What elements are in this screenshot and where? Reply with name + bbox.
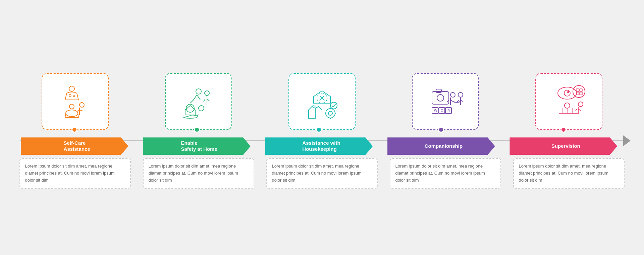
icon-col-housekeeping [260,73,384,130]
svg-point-29 [450,92,455,97]
arrow-col-housekeeping: Assistance with Housekeeping [258,127,380,155]
arrow-housekeeping: Assistance with Housekeeping [265,137,373,155]
desc-col-companionship: Lorem ipsum dolor sit dim amet, mea regi… [384,158,507,188]
svg-rect-35 [576,89,579,91]
svg-point-1 [69,94,71,97]
icon-col-safety [137,73,260,130]
svg-point-3 [69,104,74,109]
desc-col-safety: Lorem ipsum dolor sit dim amet, mea regi… [137,158,260,188]
svg-point-39 [565,103,570,108]
svg-rect-20 [432,91,449,104]
svg-point-30 [458,92,463,97]
dot-safety [194,127,200,133]
arrow-label-companionship: Companionship [420,143,463,149]
svg-point-8 [199,106,204,111]
arrow-companionship: Companionship [387,137,495,155]
arrow-label-safety: Enable Safety at Home [176,140,217,153]
arrow-safety: Enable Safety at Home [143,137,251,155]
icon-card-supervision [535,73,602,130]
svg-text:R: R [447,109,450,113]
dot-self-care [71,127,77,133]
icon-card-self-care [42,73,109,130]
infographic: W O R Self-Care AssistanceEnable Safety … [0,60,644,195]
timeline-row: Self-Care AssistanceEnable Safety at Hom… [0,127,644,155]
arrow-label-self-care: Self-Care Assistance [59,140,90,153]
icon-col-companionship: W O R [384,73,507,130]
svg-point-6 [196,89,201,94]
svg-point-2 [73,95,75,97]
svg-rect-22 [436,89,441,92]
desc-col-self-care: Lorem ipsum dolor sit dim amet, mea regi… [13,158,137,188]
svg-rect-38 [580,92,582,95]
icon-card-housekeeping [288,73,356,130]
svg-point-32 [564,90,570,96]
desc-housekeeping: Lorem ipsum dolor sit dim amet, mea regi… [266,158,377,188]
icon-card-safety [165,73,232,130]
desc-supervision: Lorem ipsum dolor sit dim amet, mea regi… [513,158,624,188]
arrow-label-supervision: Supervision [547,143,580,149]
arrow-label-housekeeping: Assistance with Housekeeping [298,140,340,153]
arrow-self-care: Self-Care Assistance [21,137,128,155]
arrow-col-supervision: Supervision [502,127,625,155]
arrow-supervision: Supervision [509,137,617,155]
desc-safety: Lorem ipsum dolor sit dim amet, mea regi… [143,158,254,188]
icon-col-self-care [13,73,137,130]
dot-housekeeping [316,127,322,133]
svg-point-9 [205,91,209,95]
dot-companionship [438,127,444,133]
desc-self-care: Lorem ipsum dolor sit dim amet, mea regi… [19,158,130,188]
dot-supervision [560,127,567,133]
svg-point-19 [330,102,337,109]
svg-point-33 [567,91,569,93]
icon-cards-row: W O R [0,73,644,130]
svg-text:W: W [434,109,437,113]
icon-card-companionship: W O R [412,73,479,130]
svg-point-0 [69,86,74,91]
svg-point-5 [79,103,84,107]
svg-text:O: O [441,109,443,113]
desc-col-housekeeping: Lorem ipsum dolor sit dim amet, mea regi… [260,158,384,188]
end-arrow-icon [623,135,631,146]
desc-companionship: Lorem ipsum dolor sit dim amet, mea regi… [390,158,501,188]
svg-point-41 [578,102,583,107]
desc-col-supervision: Lorem ipsum dolor sit dim amet, mea regi… [507,158,631,188]
arrow-col-safety: Enable Safety at Home [136,127,258,155]
svg-point-14 [328,111,332,115]
svg-rect-36 [580,89,582,91]
svg-point-21 [437,94,444,101]
arrow-col-companionship: Companionship [380,127,502,155]
svg-point-13 [326,109,335,118]
desc-row: Lorem ipsum dolor sit dim amet, mea regi… [0,158,644,188]
svg-point-4 [66,110,78,117]
arrow-col-self-care: Self-Care Assistance [13,127,136,155]
icon-col-supervision [507,73,631,130]
